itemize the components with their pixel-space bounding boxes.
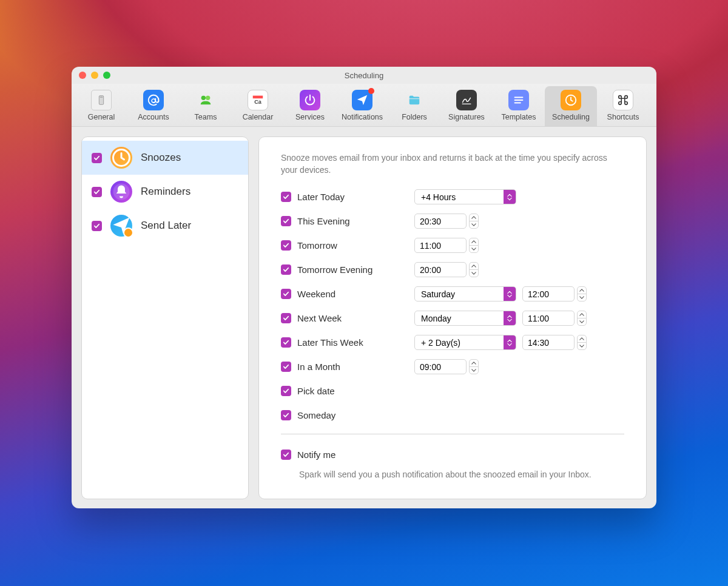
next-week-day-popup[interactable]: Monday [414, 311, 516, 326]
row-label: Someday [297, 410, 335, 420]
notify-hint: Spark will send you a push notification … [299, 470, 624, 479]
tab-folders[interactable]: Folders [388, 86, 440, 126]
time-stepper[interactable] [577, 286, 587, 301]
row-in-a-month: In a Month 09:00 [281, 355, 624, 379]
row-pick-date: Pick date [281, 379, 624, 403]
sidebar-item-reminders[interactable]: Reminders [82, 175, 248, 209]
tomorrow-checkbox[interactable] [281, 240, 291, 251]
sendlater-checkbox[interactable] [92, 221, 102, 231]
later-this-week-time-field[interactable]: 14:30 [522, 335, 575, 350]
popup-value: Monday [421, 314, 451, 323]
time-value: 09:00 [420, 362, 441, 372]
command-icon [613, 90, 633, 110]
traffic-lights [79, 72, 110, 79]
tab-templates[interactable]: Templates [493, 86, 545, 126]
time-stepper[interactable] [469, 262, 479, 277]
later-this-week-offset-popup[interactable]: + 2 Day(s) [414, 335, 516, 350]
teams-icon [195, 90, 216, 110]
someday-checkbox[interactable] [281, 410, 291, 420]
this-evening-time-field[interactable]: 20:30 [414, 214, 467, 229]
svg-rect-6 [253, 96, 263, 99]
time-value: 11:00 [528, 314, 549, 323]
tab-signatures[interactable]: Signatures [440, 86, 493, 126]
tab-scheduling[interactable]: Scheduling [545, 86, 597, 126]
popup-value: +4 Hours [421, 192, 456, 202]
time-value: 20:30 [420, 217, 441, 226]
svg-point-5 [206, 96, 210, 100]
tab-services[interactable]: Services [284, 86, 336, 126]
svg-point-4 [201, 96, 206, 100]
tab-label: Signatures [448, 113, 485, 121]
next-week-time-field[interactable]: 11:00 [522, 311, 575, 326]
sidebar-item-sendlater[interactable]: Send Later [82, 209, 248, 243]
tab-label: Shortcuts [607, 113, 639, 121]
prefs-toolbar: General Accounts Teams Ca Calendar Servi… [72, 84, 656, 127]
row-label: This Evening [297, 216, 350, 226]
zoom-button[interactable] [103, 72, 110, 79]
weekend-time-field[interactable]: 12:00 [522, 286, 575, 301]
general-icon [91, 90, 112, 110]
calendar-icon: Ca [248, 90, 268, 110]
row-later-today: Later Today +4 Hours [281, 185, 624, 209]
time-stepper[interactable] [469, 359, 479, 374]
weekend-day-popup[interactable]: Saturday [414, 286, 516, 301]
close-button[interactable] [79, 72, 86, 79]
pick-date-checkbox[interactable] [281, 386, 291, 396]
tab-label: Accounts [138, 113, 169, 121]
time-value: 12:00 [528, 289, 549, 299]
next-week-checkbox[interactable] [281, 313, 291, 323]
time-stepper[interactable] [469, 238, 479, 253]
row-label: Tomorrow [297, 240, 337, 251]
snoozes-description: Snooze moves email from your inbox and r… [281, 152, 624, 177]
sidebar-item-label: Send Later [141, 220, 191, 232]
chevron-updown-icon [504, 287, 516, 301]
popup-value: Saturday [421, 289, 455, 299]
time-stepper[interactable] [577, 311, 587, 326]
tab-accounts[interactable]: Accounts [127, 86, 180, 126]
time-value: 11:00 [420, 241, 441, 251]
tomorrow-evening-checkbox[interactable] [281, 264, 291, 275]
later-this-week-checkbox[interactable] [281, 337, 291, 348]
sidebar-item-label: Snoozes [141, 152, 181, 164]
row-label: In a Month [297, 362, 340, 372]
sidebar-item-snoozes[interactable]: Snoozes [82, 141, 248, 175]
time-value: 20:00 [420, 265, 441, 275]
time-stepper[interactable] [577, 335, 587, 350]
minimize-button[interactable] [91, 72, 98, 79]
later-today-offset-popup[interactable]: +4 Hours [414, 189, 516, 204]
chevron-updown-icon [504, 311, 516, 325]
snoozes-checkbox[interactable] [92, 153, 102, 163]
tab-calendar[interactable]: Ca Calendar [232, 86, 284, 126]
in-a-month-checkbox[interactable] [281, 362, 291, 372]
notify-me-checkbox[interactable] [281, 450, 291, 460]
tab-label: Calendar [243, 113, 274, 121]
this-evening-checkbox[interactable] [281, 216, 291, 226]
tab-shortcuts[interactable]: Shortcuts [597, 86, 649, 126]
notification-badge [368, 88, 374, 94]
row-next-week: Next Week Monday 11:00 [281, 306, 624, 331]
row-later-this-week: Later This Week + 2 Day(s) 14:30 [281, 331, 624, 355]
tab-label: Notifications [342, 113, 383, 121]
reminders-checkbox[interactable] [92, 187, 102, 197]
scheduling-sidebar: Snoozes Reminders Send Later [81, 136, 249, 499]
snoozes-panel: Snooze moves email from your inbox and r… [258, 136, 647, 499]
row-label: Next Week [297, 313, 342, 323]
templates-icon [508, 90, 529, 110]
row-notify-me: Notify me [281, 443, 624, 467]
row-weekend: Weekend Saturday 12:00 [281, 282, 624, 306]
tomorrow-evening-time-field[interactable]: 20:00 [414, 262, 467, 277]
time-stepper[interactable] [469, 214, 479, 229]
svg-text:Ca: Ca [254, 99, 262, 105]
in-a-month-time-field[interactable]: 09:00 [414, 359, 467, 374]
weekend-checkbox[interactable] [281, 289, 291, 299]
row-label: Pick date [297, 386, 335, 396]
tab-label: Teams [195, 113, 217, 121]
tab-teams[interactable]: Teams [180, 86, 232, 126]
later-today-checkbox[interactable] [281, 192, 291, 202]
signature-icon [456, 90, 477, 110]
sidebar-item-label: Reminders [141, 186, 190, 198]
titlebar: Scheduling [72, 67, 656, 84]
tab-notifications[interactable]: Notifications [336, 86, 388, 126]
row-label: Notify me [297, 450, 335, 460]
tomorrow-time-field[interactable]: 11:00 [414, 238, 467, 253]
